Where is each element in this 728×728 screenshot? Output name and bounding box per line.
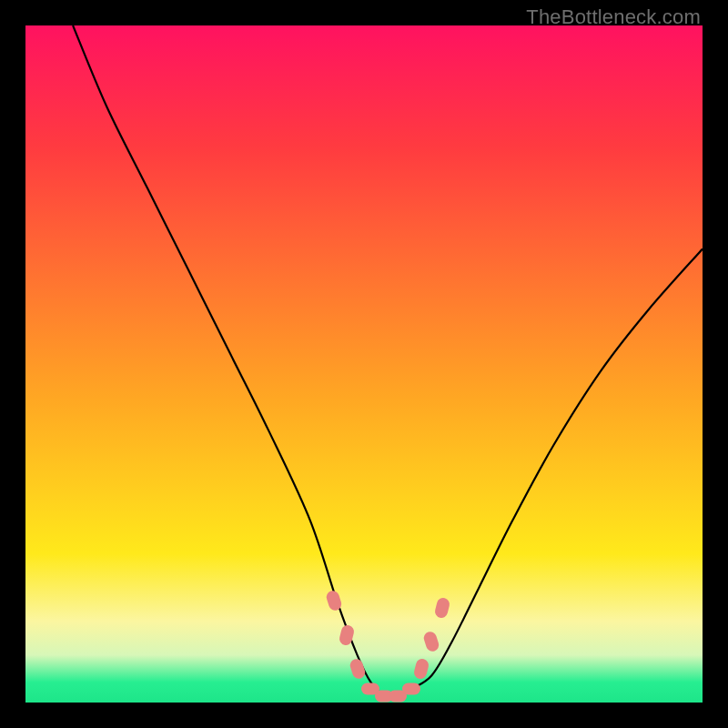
- bottleneck-curve: [25, 25, 703, 703]
- curve-marker: [402, 683, 420, 695]
- chart-area: [25, 25, 703, 703]
- watermark-text: TheBottleneck.com: [526, 5, 701, 29]
